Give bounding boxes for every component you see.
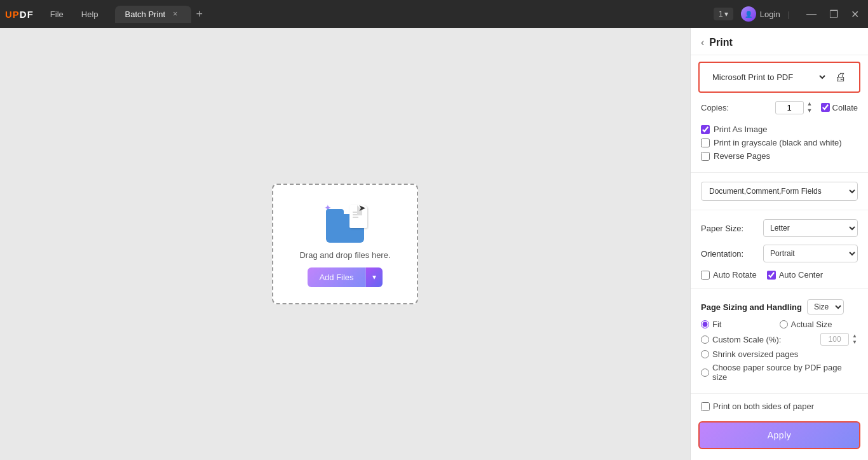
radio-options: Fit Actual Size Custom Scale (%): ▲ [701,320,858,386]
scale-up-button[interactable]: ▲ [851,333,858,339]
both-sides-row: Print on both sides of paper [701,402,858,411]
both-sides-text: Print on both sides of paper [713,402,814,411]
shrink-label: Shrink oversized pages [701,349,858,359]
page-sizing-header: Page Sizing and Handling Size [701,299,858,315]
rotate-center-row: Auto Rotate Auto Center [701,270,858,280]
tab-label: Batch Print [125,10,166,19]
copies-down-button[interactable]: ▼ [806,107,813,114]
tab-bar: Batch Print × + [115,5,709,24]
auto-center-label: Auto Center [767,270,823,280]
copies-label: Copies: [701,103,729,112]
left-area: ✦ ➤ Drag and drop files here. Add Files … [0,28,690,460]
paper-size-row: Paper Size: Letter [701,219,858,237]
choose-paper-label: Choose paper source by PDF page size [701,363,858,382]
print-as-image-checkbox[interactable] [701,125,710,134]
print-grayscale-checkbox[interactable] [701,139,710,147]
maximize-icon[interactable]: ❐ [825,7,842,22]
auto-rotate-text: Auto Rotate [713,270,757,280]
separator: | [788,10,790,19]
tab-batch-print[interactable]: Batch Print × [115,6,191,23]
reverse-pages-label: Reverse Pages [714,151,770,161]
divider-2 [691,210,868,210]
scale-down-button[interactable]: ▼ [851,339,858,346]
choose-paper-radio[interactable] [701,369,709,377]
orientation-select[interactable]: Portrait [763,245,858,262]
instance-button[interactable]: 1 ▾ [714,8,733,20]
window-controls: — ❐ ✕ [803,7,863,22]
copies-input[interactable] [775,101,804,114]
panel-header: ‹ Print [691,28,868,55]
app-logo: UPDF [5,9,34,20]
tab-close-icon[interactable]: × [173,10,177,18]
actual-size-radio[interactable] [780,320,788,328]
add-files-button[interactable]: Add Files [308,267,365,287]
copies-spinners: ▲ ▼ [806,100,813,114]
drop-text: Drag and drop files here. [299,250,390,260]
document-content-row: Document,Comment,Form Fields [701,182,858,201]
paper-size-label: Paper Size: [701,224,758,233]
orientation-row: Orientation: Portrait [701,245,858,262]
divider-1 [691,172,868,173]
main-content: ✦ ➤ Drag and drop files here. Add Files … [0,28,868,460]
titlebar-right: 1 ▾ 👤 Login | — ❐ ✕ [714,6,863,22]
shrink-radio[interactable] [701,350,709,358]
custom-scale-text: Custom Scale (%): [712,335,781,344]
auto-rotate-checkbox[interactable] [701,271,710,280]
actual-size-text: Actual Size [791,320,832,329]
drop-zone[interactable]: ✦ ➤ Drag and drop files here. Add Files … [272,184,418,304]
folder-icon-area: ✦ ➤ [323,201,367,243]
menu-file[interactable]: File [44,7,70,22]
arrow-icon: ➤ [358,203,366,213]
divider-3 [691,288,868,289]
apply-btn-area: Apply [698,421,860,449]
actual-size-label: Actual Size [780,320,858,329]
add-files-dropdown-button[interactable]: ▾ [365,267,383,287]
right-panel: ‹ Print Microsoft Print to PDF 🖨 Copies:… [690,28,868,460]
login-area[interactable]: 👤 Login [741,6,780,22]
fit-radio[interactable] [701,320,709,328]
copies-section: Copies: ▲ ▼ Collate [691,98,868,122]
shrink-text: Shrink oversized pages [712,349,798,359]
titlebar: UPDF File Help Batch Print × + 1 ▾ 👤 Log… [0,0,868,28]
menu-help[interactable]: Help [75,7,105,22]
close-icon[interactable]: ✕ [847,7,863,22]
page-sizing-select[interactable]: Size [807,299,844,315]
auto-rotate-label: Auto Rotate [701,270,757,280]
paper-size-select[interactable]: Letter [763,219,858,237]
print-grayscale-row: Print in grayscale (black and white) [701,138,858,147]
collate-text: Collate [832,103,858,112]
print-grayscale-label: Print in grayscale (black and white) [714,138,842,147]
choose-paper-text: Choose paper source by PDF page size [712,363,858,382]
reverse-pages-checkbox[interactable] [701,152,710,161]
instance-chevron: ▾ [724,10,728,18]
both-sides-checkbox[interactable] [701,402,710,411]
copies-up-button[interactable]: ▲ [806,100,813,107]
orientation-label: Orientation: [701,249,758,259]
printer-icon-button[interactable]: 🖨 [832,69,849,85]
auto-center-checkbox[interactable] [767,271,776,280]
tab-add-icon[interactable]: + [191,5,208,24]
scale-input[interactable] [820,333,849,346]
login-label: Login [760,10,780,19]
printer-selector-row: Microsoft Print to PDF 🖨 [698,62,860,93]
scale-input-area: ▲ ▼ [820,333,858,346]
document-content-select[interactable]: Document,Comment,Form Fields [701,182,858,201]
apply-button[interactable]: Apply [698,421,860,449]
copies-row: Copies: ▲ ▼ Collate [701,100,858,114]
print-as-image-row: Print As Image [701,125,858,134]
minimize-icon[interactable]: — [803,7,820,22]
fit-label: Fit [701,320,780,329]
collate-label: Collate [821,103,858,112]
both-sides-label: Print on both sides of paper [701,402,858,411]
panel-title: Print [709,37,732,48]
fit-actualsize-row: Fit Actual Size [701,320,858,329]
printer-select[interactable]: Microsoft Print to PDF [710,72,827,83]
options-section: Print As Image Print in grayscale (black… [691,122,868,167]
shrink-row: Shrink oversized pages [701,349,858,359]
add-files-area: Add Files ▾ [308,267,382,287]
print-as-image-label: Print As Image [714,125,768,134]
auto-center-text: Auto Center [779,270,823,280]
back-arrow-icon[interactable]: ‹ [701,37,704,48]
collate-checkbox[interactable] [821,103,830,112]
custom-scale-radio[interactable] [701,335,709,344]
